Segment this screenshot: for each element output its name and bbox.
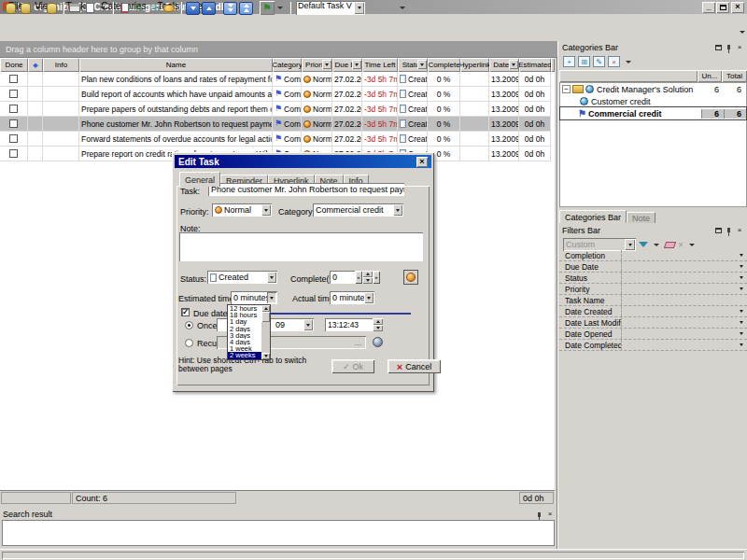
task-name-cell[interactable]: Build report of accounts which have unpa… (79, 87, 273, 102)
task-input[interactable] (208, 183, 404, 196)
status-combo[interactable]: Created (207, 271, 277, 284)
open-database-button[interactable] (18, 1, 33, 15)
task-view-combo[interactable]: Default Task V (296, 1, 365, 15)
filters-more-arrow[interactable] (689, 244, 695, 246)
close-panel-button[interactable]: × (735, 43, 744, 52)
task-name-cell[interactable]: Prepare papers of outstanding debts and … (79, 102, 273, 117)
tab-categories-bar[interactable]: Categories Bar (559, 210, 627, 223)
time-option[interactable]: 1 week (228, 345, 261, 352)
dialog-titlebar[interactable]: Edit Task × (175, 155, 431, 168)
dialog-close-button[interactable]: × (416, 157, 428, 167)
table-row[interactable]: Phone customer Mr. John Robertson to req… (0, 117, 555, 132)
date-filter-button[interactable] (509, 60, 518, 69)
print-button[interactable] (67, 1, 82, 15)
flag-dropdown-arrow[interactable] (277, 7, 283, 9)
chevron-down-icon[interactable] (740, 254, 743, 257)
pin-icon[interactable] (727, 228, 730, 232)
column-header-priority[interactable]: Priority (302, 58, 332, 72)
spin-up-button[interactable] (373, 318, 383, 325)
task-name-cell[interactable]: Plan new conditions of loans and rates o… (79, 72, 273, 87)
filter-row[interactable]: Date Opened (559, 329, 747, 340)
combo-arrow-button[interactable] (303, 319, 313, 330)
scroll-down-button[interactable] (261, 353, 270, 359)
edit-task-button[interactable]: ✎ (132, 1, 147, 15)
time-option[interactable]: 12 hours (228, 305, 261, 312)
filter-value-area[interactable] (621, 261, 747, 272)
maximize-panel-button[interactable] (713, 43, 723, 52)
done-cell[interactable] (0, 147, 28, 161)
column-header-time-left[interactable]: Time Left (362, 58, 398, 72)
due-date-checkbox[interactable]: ✓ (181, 308, 190, 316)
recurrence-radio[interactable] (185, 339, 193, 347)
move-down-button[interactable] (186, 2, 200, 15)
combo-arrow-button[interactable] (261, 204, 271, 216)
filter-row[interactable]: Date Created (559, 306, 747, 317)
estimated-time-combo[interactable]: 0 minutes (231, 291, 277, 304)
column-header-estimated[interactable]: Estimated (519, 58, 551, 72)
complete-input[interactable]: 0 (330, 271, 355, 284)
category-combo[interactable]: Commercial credit (313, 203, 403, 217)
total-column[interactable]: Total (722, 70, 747, 82)
column-header-status[interactable]: Status (398, 58, 428, 72)
collapse-icon[interactable]: − (562, 85, 571, 93)
filter-value-area[interactable] (621, 306, 747, 316)
search-result-header[interactable]: Search result × (0, 509, 557, 520)
complete-max-button[interactable]: » (373, 271, 380, 284)
apply-view-button[interactable]: ❖ (367, 1, 382, 15)
time-option[interactable]: 2 weeks (228, 352, 261, 358)
search-result-content[interactable] (2, 520, 555, 546)
filter-row[interactable]: Priority (559, 284, 747, 295)
column-header-info[interactable]: Info (43, 58, 79, 72)
spin-down-button[interactable] (362, 277, 373, 284)
maximize-panel-button[interactable] (713, 226, 723, 235)
open-dropdown-arrow[interactable] (35, 7, 41, 9)
spin-down-button[interactable] (373, 325, 383, 331)
filter-preset-combo[interactable]: Custom (563, 238, 636, 251)
categories-more-arrow[interactable] (626, 61, 631, 63)
column-header-date-modified[interactable]: Date L (489, 58, 519, 72)
tree-item-customer-credit[interactable]: Customer credit (560, 95, 746, 107)
close-search-panel-button[interactable]: × (545, 510, 555, 519)
filter-value-area[interactable] (621, 284, 747, 294)
done-checkbox[interactable] (9, 105, 18, 113)
save-database-button[interactable] (44, 1, 59, 15)
close-panel-button[interactable]: × (735, 226, 744, 235)
right-toolbar-more-arrow[interactable] (740, 31, 745, 34)
filter-dropdown-arrow[interactable] (654, 244, 659, 246)
table-row[interactable]: Prepare papers of outstanding debts and … (0, 102, 555, 117)
chevron-down-icon[interactable] (740, 265, 743, 268)
delete-filter-icon[interactable]: × (678, 240, 684, 250)
chevron-down-icon[interactable] (740, 343, 743, 346)
column-header-attachment[interactable]: ◆ (28, 58, 43, 72)
time-option[interactable]: 3 days (228, 332, 261, 339)
done-checkbox[interactable] (9, 134, 18, 143)
move-up-button[interactable] (202, 2, 216, 15)
filter-value-area[interactable] (621, 295, 747, 305)
table-row[interactable]: Forward statements of overdue accounts f… (0, 132, 555, 147)
done-checkbox[interactable] (9, 75, 18, 83)
new-task-button[interactable] (117, 1, 132, 15)
filter-row[interactable]: Completion (559, 250, 747, 261)
combo-arrow-button[interactable] (267, 272, 276, 283)
tab-note[interactable]: Note (627, 212, 655, 223)
clear-filter-icon[interactable] (664, 242, 676, 248)
dropdown-scrollbar[interactable] (261, 305, 270, 359)
combo-arrow-button[interactable] (267, 292, 276, 303)
filter-row[interactable]: Status (559, 273, 747, 284)
new-category-button[interactable]: + (563, 56, 575, 67)
spin-up-button[interactable] (362, 271, 373, 277)
move-top-button[interactable] (239, 2, 253, 15)
priority-filter-button[interactable] (322, 60, 331, 69)
time-option[interactable]: 18 hours (228, 312, 261, 318)
column-header-name[interactable]: Name (79, 58, 273, 72)
done-cell[interactable] (0, 102, 28, 117)
column-header-done[interactable]: Done (0, 58, 28, 72)
column-header-due-date[interactable]: Due Da (332, 58, 362, 72)
time-option[interactable]: 1 day (228, 318, 261, 325)
complete-task-button[interactable]: ⚑ (260, 1, 275, 15)
chevron-down-icon[interactable] (740, 276, 743, 279)
combo-arrow-button[interactable] (354, 2, 364, 14)
tree-item-solution[interactable]: − Credit Manager's Solution 6 6 (560, 83, 746, 95)
filter-row[interactable]: Date Completed (559, 340, 747, 351)
actual-time-combo[interactable]: 0 minutes (330, 291, 374, 304)
